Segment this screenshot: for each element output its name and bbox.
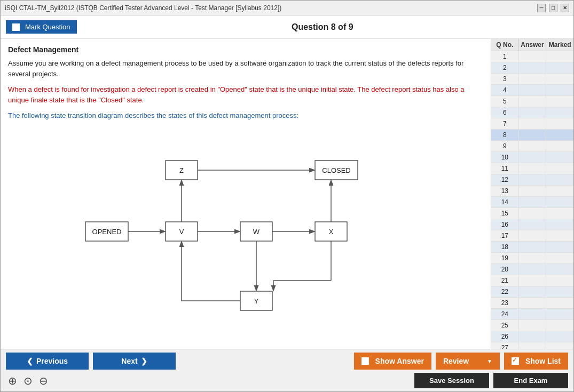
show-list-button[interactable]: ✓ Show List (504, 353, 568, 370)
sidebar-cell-marked (546, 275, 573, 286)
state-diagram: OPENED V Z W X CLOSED (80, 129, 411, 326)
sidebar-cell-marked (546, 141, 573, 151)
svg-text:Y: Y (254, 297, 259, 305)
close-button[interactable]: ✕ (561, 4, 569, 12)
sidebar-cell-answer (519, 264, 547, 275)
sidebar-cell-answer (519, 163, 547, 174)
sidebar-col-qno: Q No. (491, 39, 519, 51)
sidebar-row[interactable]: 22 (491, 286, 573, 298)
intro-text: Assume you are working on a defect manag… (8, 58, 483, 79)
sidebar-cell-answer (519, 141, 547, 151)
sidebar-cell-answer (519, 62, 547, 73)
save-session-button[interactable]: Save Session (414, 373, 489, 388)
window-controls: ─ □ ✕ (537, 4, 569, 12)
maximize-button[interactable]: □ (549, 4, 557, 12)
sidebar-row[interactable]: 18 (491, 242, 573, 253)
sidebar-cell-answer (519, 298, 547, 308)
sidebar-cell-answer (519, 286, 547, 297)
sidebar-row[interactable]: 21 (491, 275, 573, 286)
sidebar-row[interactable]: 4 (491, 85, 573, 96)
sidebar-row[interactable]: 1 (491, 51, 573, 62)
state-desc: The following state transition diagram d… (8, 110, 483, 121)
review-button[interactable]: Review ▼ (436, 353, 500, 370)
sidebar-row[interactable]: 24 (491, 309, 573, 320)
sidebar-row[interactable]: 12 (491, 174, 573, 186)
sidebar-row[interactable]: 15 (491, 208, 573, 219)
sidebar-row[interactable]: 7 (491, 118, 573, 130)
sidebar-cell-qno: 14 (491, 197, 519, 207)
sidebar-cell-qno: 19 (491, 253, 519, 263)
sidebar-cell-answer (519, 96, 547, 107)
sidebar-cell-marked (546, 331, 573, 342)
sidebar-row[interactable]: 25 (491, 320, 573, 331)
sidebar-rows[interactable]: 1234567891011121314151617181920212223242… (491, 51, 573, 349)
sidebar-row[interactable]: 3 (491, 74, 573, 85)
sidebar-cell-answer (519, 331, 547, 342)
sidebar-cell-answer (519, 152, 547, 163)
bottom-bar: ❮ Previous Next ❯ Show Answer Review ▼ ✓… (1, 349, 573, 391)
sidebar-cell-marked (546, 62, 573, 73)
sidebar-cell-answer (519, 130, 547, 140)
sidebar-cell-marked (546, 51, 573, 62)
sidebar-row[interactable]: 6 (491, 107, 573, 118)
next-arrow-icon: ❯ (141, 357, 147, 365)
sidebar-row[interactable]: 19 (491, 253, 573, 264)
sidebar-cell-qno: 11 (491, 163, 519, 174)
sidebar-row[interactable]: 16 (491, 219, 573, 230)
end-exam-button[interactable]: End Exam (493, 373, 568, 388)
svg-text:V: V (179, 228, 184, 236)
sidebar-cell-answer (519, 320, 547, 331)
sidebar-cell-answer (519, 74, 547, 84)
sidebar-cell-answer (519, 174, 547, 185)
bottom-buttons-row1: ❮ Previous Next ❯ Show Answer Review ▼ ✓… (6, 353, 568, 370)
prev-arrow-icon: ❮ (27, 357, 33, 365)
sidebar-cell-marked (546, 219, 573, 230)
zoom-in-button[interactable]: ⊕ (6, 373, 19, 388)
sidebar-cell-qno: 13 (491, 186, 519, 196)
title-bar: iSQI CTAL-TM_Syll2012 (ISTQB Certified T… (1, 1, 573, 15)
zoom-out-button[interactable]: ⊖ (37, 373, 50, 388)
sidebar-cell-qno: 17 (491, 230, 519, 241)
sidebar-cell-marked (546, 85, 573, 95)
sidebar-row[interactable]: 2 (491, 62, 573, 74)
sidebar-row[interactable]: 17 (491, 230, 573, 242)
sidebar-row[interactable]: 13 (491, 186, 573, 197)
sidebar-cell-marked (546, 118, 573, 129)
sidebar-cell-marked (546, 197, 573, 207)
review-dropdown-icon: ▼ (487, 358, 492, 364)
sidebar-cell-marked (546, 320, 573, 331)
sidebar-cell-qno: 3 (491, 74, 519, 84)
svg-text:CLOSED: CLOSED (322, 166, 350, 174)
next-button[interactable]: Next ❯ (93, 353, 176, 370)
sidebar-cell-qno: 27 (491, 342, 519, 349)
sidebar-cell-answer (519, 118, 547, 129)
show-answer-button[interactable]: Show Answer (354, 353, 431, 370)
sidebar-cell-answer (519, 197, 547, 207)
sidebar-cell-marked (546, 253, 573, 263)
zoom-normal-button[interactable]: ⊙ (21, 373, 35, 388)
sidebar-row[interactable]: 5 (491, 96, 573, 107)
sidebar-row[interactable]: 14 (491, 197, 573, 208)
sidebar-row[interactable]: 9 (491, 141, 573, 152)
svg-text:X: X (329, 228, 334, 236)
sidebar-cell-qno: 25 (491, 320, 519, 331)
sidebar-cell-marked (546, 208, 573, 219)
sidebar-cell-qno: 15 (491, 208, 519, 219)
sidebar-row[interactable]: 11 (491, 163, 573, 174)
sidebar-row[interactable]: 26 (491, 331, 573, 342)
sidebar-cell-marked (546, 174, 573, 185)
sidebar-row[interactable]: 8 (491, 130, 573, 141)
minimize-button[interactable]: ─ (537, 4, 546, 12)
sidebar-cell-qno: 21 (491, 275, 519, 286)
window-title: iSQI CTAL-TM_Syll2012 (ISTQB Certified T… (5, 4, 281, 12)
sidebar-row[interactable]: 23 (491, 298, 573, 309)
sidebar-cell-answer (519, 242, 547, 252)
previous-button[interactable]: ❮ Previous (6, 353, 89, 370)
mark-question-button[interactable]: Mark Question (6, 20, 77, 34)
sidebar-row[interactable]: 20 (491, 264, 573, 275)
sidebar-row[interactable]: 27 (491, 342, 573, 349)
sidebar: Q No. Answer Marked 12345678910111213141… (491, 39, 573, 349)
sidebar-cell-qno: 12 (491, 174, 519, 185)
sidebar-cell-marked (546, 309, 573, 319)
sidebar-row[interactable]: 10 (491, 152, 573, 163)
